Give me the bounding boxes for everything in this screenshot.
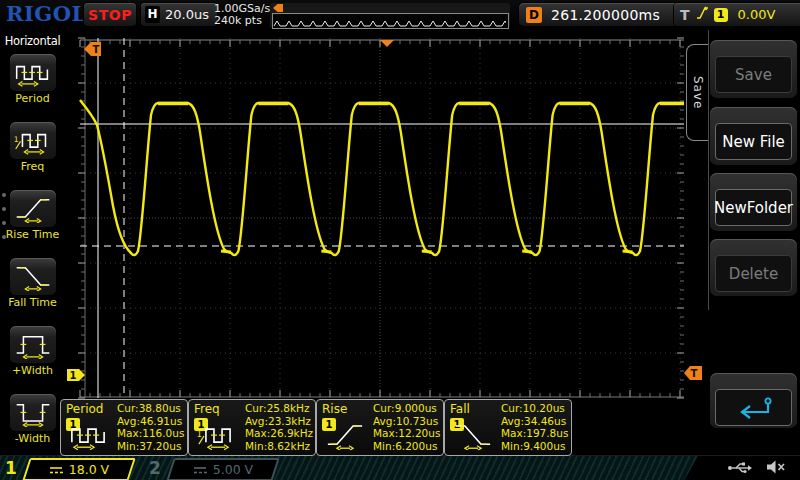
- trigger-position-marker[interactable]: [380, 40, 394, 47]
- measurement-panel-fall: Fall 1 Cur:10.20usAvg:34.46usMax:197.8us…: [444, 399, 572, 456]
- measurement-panel-freq: Freq 1 1 Cur:25.8kHzAvg:23.3kHzMax:26.9k…: [188, 399, 316, 456]
- graticule: [78, 38, 684, 398]
- waveform-display: T1T: [65, 30, 685, 455]
- measurement-min: Min:6.200us: [373, 440, 440, 453]
- channel1-level-marker[interactable]: [67, 369, 85, 381]
- timebase-label: H: [145, 6, 160, 23]
- freq-icon[interactable]: 1: [10, 122, 56, 159]
- measurement-cur: Cur:9.000us: [373, 402, 440, 415]
- menu-divider: [708, 30, 709, 310]
- measurement-avg: Avg:23.3kHz: [245, 415, 313, 428]
- svg-text:1: 1: [13, 135, 18, 144]
- channel2-number[interactable]: 2: [149, 458, 161, 478]
- measurement-panel-rise: Rise 1 Cur:9.000usAvg:10.73usMax:12.20us…: [316, 399, 444, 456]
- measurement-menu-title: Horizontal: [0, 34, 65, 48]
- trigger-edge-icon: [696, 5, 708, 24]
- trigger-label: T: [680, 7, 690, 23]
- return-arrow-icon: [715, 389, 792, 426]
- rigol-logo: RIGOL: [6, 1, 87, 26]
- menu-item-fall-time[interactable]: Fall Time: [0, 258, 65, 323]
- fall-time-icon: [452, 420, 494, 454]
- channel1-scale-box[interactable]: 18.0 V: [22, 458, 135, 480]
- menu-item-label: Period: [0, 92, 65, 105]
- menu-item-label: -Width: [0, 432, 65, 445]
- trigger-status-box: T 1 0.00V: [674, 3, 800, 26]
- softkey-new-file[interactable]: New File: [710, 107, 797, 165]
- pwidth-icon[interactable]: [10, 326, 56, 363]
- measurement-min: Min:8.62kHz: [245, 440, 313, 453]
- nwidth-icon[interactable]: [10, 394, 56, 431]
- memory-depth: 240k pts: [214, 15, 270, 27]
- delay-value: 261.200000ms: [551, 7, 660, 23]
- measurement-cur: Cur:25.8kHz: [245, 402, 313, 415]
- channel1-scale: 18.0 V: [69, 462, 109, 477]
- preview-position-marker-icon: [273, 4, 283, 12]
- menu-item--width[interactable]: +Width: [0, 326, 65, 391]
- rise-time-icon: [324, 420, 366, 454]
- measurement-menu-items: Period 1 Freq Rise Time Fall Time +Width: [0, 51, 65, 459]
- menu-tab-label: Save: [691, 76, 705, 109]
- measurement-cur: Cur:10.20us: [501, 402, 568, 415]
- preview-squiggle: [273, 17, 506, 29]
- coupling-dc-icon: [49, 465, 63, 475]
- coupling-dc-icon: [193, 465, 207, 475]
- markers: T1T: [67, 40, 702, 381]
- fall-time-icon[interactable]: [10, 258, 56, 295]
- measurement-name: Freq: [194, 402, 220, 416]
- channel2-scale: 5.00 V: [213, 462, 253, 477]
- softkey-label: NewFolder: [715, 189, 792, 226]
- trigger-offscreen-marker: [84, 42, 101, 56]
- delay-offset-box: D 261.200000ms: [519, 3, 681, 26]
- softkey-label: Save: [715, 56, 792, 93]
- measurement-avg: Avg:10.73us: [373, 415, 440, 428]
- softkey-newfolder[interactable]: NewFolder: [710, 173, 797, 231]
- oscilloscope-screen: RIGOL STOP H 20.0us 1.00GSa/s 240k pts D…: [0, 0, 800, 480]
- menu-item-label: Rise Time: [0, 228, 65, 241]
- svg-text:1: 1: [70, 370, 77, 381]
- menu-item-label: Freq: [0, 160, 65, 173]
- delay-label: D: [526, 7, 542, 23]
- measurement-threshold-lines: [80, 38, 684, 398]
- softkey-save[interactable]: Save: [710, 40, 797, 98]
- usb-icon: [727, 459, 753, 479]
- measurement-panel-period: Period 1 Cur:38.80usAvg:46.91usMax:116.0…: [60, 399, 188, 456]
- softkey-delete[interactable]: Delete: [710, 239, 797, 296]
- svg-text:T: T: [93, 44, 100, 55]
- waveform-trace: [80, 100, 684, 255]
- menu-item--width[interactable]: -Width: [0, 394, 65, 459]
- period-icon[interactable]: [10, 54, 56, 91]
- trigger-level-value: 0.00V: [738, 7, 776, 22]
- acquisition-info: 1.00GSa/s 240k pts: [214, 3, 270, 27]
- softkey-label: New File: [715, 123, 792, 160]
- menu-tab-save: Save: [686, 44, 708, 141]
- horizontal-timebase-box: H 20.0us: [141, 3, 217, 26]
- channel1-number[interactable]: 1: [5, 458, 17, 478]
- measurement-menu: Horizontal Period 1 Freq Rise Time Fall …: [0, 30, 65, 455]
- save-menu: Save SaveNew FileNewFolderDelete: [685, 30, 800, 455]
- timebase-value: 20.0us: [165, 7, 209, 22]
- channel2-scale-box[interactable]: 5.00 V: [166, 458, 279, 480]
- menu-item-freq[interactable]: 1 Freq: [0, 122, 65, 187]
- measurement-min: Min:9.400us: [501, 440, 568, 453]
- preview-window: [272, 13, 509, 29]
- channel-status-bar: 1 18.0 V2 5.00 V: [0, 455, 800, 480]
- top-status-bar: RIGOL STOP H 20.0us 1.00GSa/s 240k pts D…: [0, 0, 800, 30]
- measurement-max: Max:116.0us: [117, 427, 184, 440]
- run-state-indicator: STOP: [84, 3, 136, 26]
- measurement-name: Rise: [322, 402, 347, 416]
- freq-icon: 1: [196, 420, 238, 454]
- rise-time-icon[interactable]: [10, 190, 56, 227]
- softkey-label: Delete: [715, 255, 792, 292]
- measurement-max: Max:26.9kHz: [245, 427, 313, 440]
- menu-item-period[interactable]: Period: [0, 54, 65, 119]
- softkey-back[interactable]: [710, 373, 797, 428]
- measurement-max: Max:12.20us: [373, 427, 440, 440]
- measurement-min: Min:37.20us: [117, 440, 184, 453]
- period-icon: [68, 420, 110, 454]
- measurement-avg: Avg:46.91us: [117, 415, 184, 428]
- speaker-muted-icon: [765, 459, 786, 479]
- menu-item-rise-time[interactable]: Rise Time: [0, 190, 65, 255]
- measurement-max: Max:197.8us: [501, 427, 568, 440]
- menu-item-label: +Width: [0, 364, 65, 377]
- measurement-name: Fall: [450, 402, 470, 416]
